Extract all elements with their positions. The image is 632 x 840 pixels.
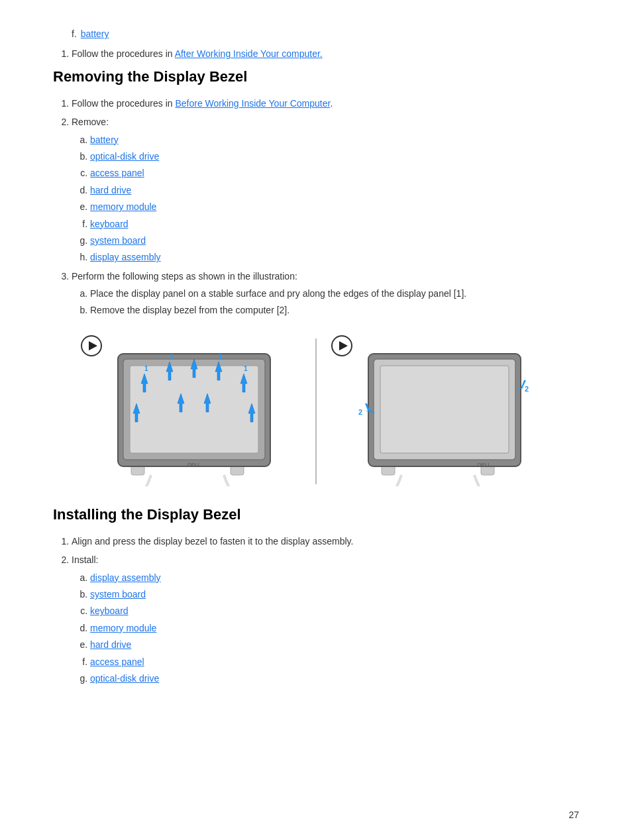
removing-step2-text: Remove:: [72, 117, 109, 127]
after-working-link[interactable]: After Working Inside Your computer.: [175, 48, 323, 59]
installing-title: Installing the Display Bezel: [53, 506, 579, 523]
sub-item-battery: battery: [90, 132, 579, 147]
removing-step3-sub: Place the display panel on a stable surf…: [90, 286, 579, 318]
installing-sub-list: display assembly system board keyboard m…: [90, 570, 579, 686]
illus-right: DELL 2 2: [329, 334, 554, 486]
install-sub-system: system board: [90, 587, 579, 602]
page-number: 27: [568, 810, 579, 820]
svg-text:1: 1: [244, 365, 248, 372]
step3-sub-b: Remove the display bezel from the comput…: [90, 303, 579, 317]
install-keyboard-link[interactable]: keyboard: [90, 605, 129, 616]
installing-step2: Install: display assembly system board k…: [72, 552, 579, 686]
memory-link[interactable]: memory module: [90, 201, 156, 212]
svg-text:2: 2: [525, 385, 529, 393]
top-items: battery Follow the procedures in After W…: [53, 26, 579, 62]
illus-left: DELL: [78, 334, 303, 486]
laptop-svg-left: DELL: [78, 334, 303, 486]
removing-step2: Remove: battery optical-disk drive acces…: [72, 115, 579, 265]
install-sub-optical: optical-disk drive: [90, 671, 579, 686]
install-memory-link[interactable]: memory module: [90, 623, 156, 633]
svg-text:1: 1: [144, 365, 148, 372]
sub-item-hard: hard drive: [90, 183, 579, 197]
illustration-area: DELL: [53, 334, 579, 486]
play-icon-right: [331, 335, 352, 356]
svg-text:DELL: DELL: [187, 462, 201, 468]
install-sub-keyboard: keyboard: [90, 604, 579, 618]
install-display-link[interactable]: display assembly: [90, 572, 161, 583]
svg-text:1: 1: [219, 353, 223, 360]
svg-rect-6: [130, 366, 258, 453]
install-sub-memory: memory module: [90, 621, 579, 635]
install-hard-link[interactable]: hard drive: [90, 639, 131, 650]
removing-step1: Follow the procedures in Before Working …: [72, 96, 579, 111]
keyboard-link[interactable]: keyboard: [90, 219, 129, 229]
battery-link[interactable]: battery: [90, 134, 119, 145]
removing-step3-text: Perform the following steps as shown in …: [72, 271, 297, 282]
battery-link-top[interactable]: battery: [81, 28, 109, 39]
installing-section: Installing the Display Bezel Align and p…: [53, 506, 579, 686]
install-sub-display: display assembly: [90, 570, 579, 585]
installing-step1: Align and press the display bezel to fas…: [72, 534, 579, 549]
sub-item-system: system board: [90, 233, 579, 248]
installing-step1-text: Align and press the display bezel to fas…: [72, 536, 353, 547]
step4-text: Follow the procedures in: [72, 48, 175, 59]
sub-item-keyboard: keyboard: [90, 217, 579, 231]
section-divider: [315, 339, 317, 484]
system-link[interactable]: system board: [90, 235, 146, 246]
installing-step2-text: Install:: [72, 554, 98, 565]
install-optical-link[interactable]: optical-disk drive: [90, 673, 159, 684]
step3-sub-a: Place the display panel on a stable surf…: [90, 286, 579, 301]
sub-item-access: access panel: [90, 166, 579, 180]
svg-text:2: 2: [358, 408, 362, 416]
optical-link[interactable]: optical-disk drive: [90, 151, 159, 162]
sub-item-memory: memory module: [90, 199, 579, 214]
sub-item-optical: optical-disk drive: [90, 149, 579, 164]
removing-step1-text: Follow the procedures in: [72, 98, 175, 109]
install-system-link[interactable]: system board: [90, 589, 146, 600]
removing-title: Removing the Display Bezel: [53, 68, 579, 85]
top-f-item: battery: [72, 26, 579, 41]
access-link[interactable]: access panel: [90, 168, 144, 178]
hard-link[interactable]: hard drive: [90, 185, 131, 195]
install-sub-access: access panel: [90, 655, 579, 669]
step4-item: Follow the procedures in After Working I…: [72, 46, 579, 61]
removing-sub-list: battery optical-disk drive access panel …: [90, 132, 579, 265]
svg-rect-27: [380, 366, 509, 453]
sub-item-display: display assembly: [90, 250, 579, 264]
play-icon-left: [81, 335, 102, 356]
removing-section: Removing the Display Bezel Follow the pr…: [53, 68, 579, 486]
install-sub-hard: hard drive: [90, 637, 579, 652]
svg-text:1: 1: [170, 353, 174, 360]
before-working-link[interactable]: Before Working Inside Your Computer: [175, 98, 330, 109]
display-link[interactable]: display assembly: [90, 252, 161, 262]
laptop-svg-right: DELL 2 2: [329, 334, 554, 486]
removing-step3: Perform the following steps as shown in …: [72, 269, 579, 318]
svg-text:DELL: DELL: [478, 462, 492, 468]
install-access-link[interactable]: access panel: [90, 656, 144, 667]
